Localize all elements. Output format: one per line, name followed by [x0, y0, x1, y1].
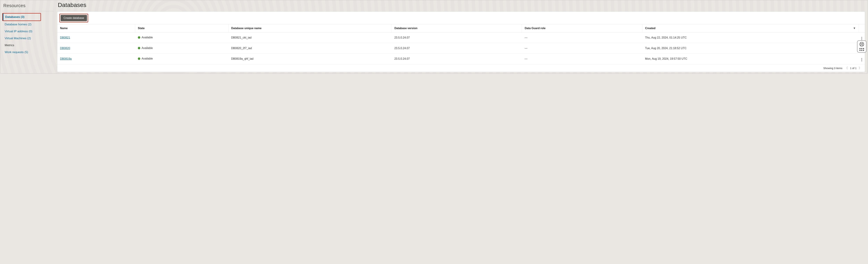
help-life-ring-icon[interactable] [859, 42, 864, 47]
toolbar: Create database [57, 12, 865, 24]
page-indicator: 1 of 1 [850, 67, 857, 70]
help-floater[interactable] [857, 40, 866, 53]
prev-page-icon[interactable]: 〈 [845, 66, 848, 70]
dg-role-cell: — [522, 43, 642, 54]
sidebar-item-metrics[interactable]: Metrics [2, 42, 54, 49]
col-created[interactable]: Created ▼ [642, 24, 859, 32]
row-actions-menu-icon[interactable] [861, 37, 862, 40]
main-content: Databases Create database Name State Dat… [57, 2, 866, 72]
status-dot-available-icon [138, 36, 140, 39]
state-cell: Available [138, 46, 153, 50]
showing-count: Showing 3 items [823, 67, 842, 70]
col-version[interactable]: Database version [392, 24, 522, 32]
col-data-guard-role[interactable]: Data Guard role [522, 24, 642, 32]
app-frame: Resources Databases (3) Database homes (… [0, 0, 868, 74]
db-name-link[interactable]: DB0820 [60, 47, 70, 50]
db-name-link[interactable]: DB0821 [60, 36, 70, 39]
sort-desc-icon: ▼ [853, 27, 856, 30]
state-text: Available [142, 46, 153, 50]
table-row: DB0821 Available DB0821_ckt_iad 23.5.0.2… [57, 32, 865, 43]
state-text: Available [142, 57, 153, 60]
state-text: Available [142, 36, 153, 39]
unique-name-cell: DB0819a_qhf_iad [228, 54, 392, 64]
table-footer: Showing 3 items 〈 1 of 1 〉 [57, 64, 865, 72]
pager: 〈 1 of 1 〉 [845, 66, 862, 70]
table-row: DB0820 Available DB0820_2f7_iad 23.5.0.2… [57, 43, 865, 54]
unique-name-cell: DB0821_ckt_iad [228, 32, 392, 43]
dg-role-cell: — [522, 32, 642, 43]
dg-role-cell: — [522, 54, 642, 64]
created-cell: Mon, Aug 19, 2024, 19:57:50 UTC [642, 54, 859, 64]
sidebar-item-db-homes[interactable]: Database homes (2) [2, 21, 54, 28]
svg-point-1 [861, 43, 863, 45]
status-dot-available-icon [138, 47, 140, 49]
sidebar-divider [2, 11, 54, 11]
databases-table: Name State Database unique name Database… [57, 24, 865, 64]
table-header-row: Name State Database unique name Database… [57, 24, 865, 32]
sidebar-title: Resources [2, 2, 54, 10]
state-cell: Available [138, 36, 153, 39]
version-cell: 23.5.0.24.07 [392, 54, 522, 64]
state-cell: Available [138, 57, 153, 60]
unique-name-cell: DB0820_2f7_iad [228, 43, 392, 54]
col-name[interactable]: Name [57, 24, 135, 32]
version-cell: 23.5.0.24.07 [392, 43, 522, 54]
sidebar-item-virtual-ip[interactable]: Virtual IP address (0) [2, 28, 54, 35]
created-cell: Tue, Aug 20, 2024, 21:18:52 UTC [642, 43, 859, 54]
row-actions-menu-icon[interactable] [861, 58, 862, 61]
sidebar: Resources Databases (3) Database homes (… [2, 2, 54, 72]
create-database-button[interactable]: Create database [61, 15, 87, 21]
highlight-databases: Databases (3) [2, 13, 41, 21]
sidebar-item-virtual-machines[interactable]: Virtual Machines (2) [2, 35, 54, 42]
col-state[interactable]: State [135, 24, 228, 32]
created-cell: Thu, Aug 22, 2024, 01:14:25 UTC [642, 32, 859, 43]
page-title: Databases [57, 2, 865, 11]
col-actions [859, 24, 865, 32]
table-row: DB0819a Available DB0819a_qhf_iad 23.5.0… [57, 54, 865, 64]
col-created-label: Created [645, 27, 655, 30]
sidebar-item-databases[interactable]: Databases (3) [3, 13, 27, 21]
apps-grid-icon[interactable] [860, 48, 864, 51]
next-page-icon[interactable]: 〉 [859, 66, 862, 70]
status-dot-available-icon [138, 58, 140, 60]
version-cell: 23.5.0.24.07 [392, 32, 522, 43]
highlight-create-database: Create database [59, 14, 88, 22]
sidebar-item-work-requests[interactable]: Work requests (5) [2, 49, 54, 56]
col-unique-name[interactable]: Database unique name [228, 24, 392, 32]
db-name-link[interactable]: DB0819a [60, 57, 72, 60]
databases-panel: Create database Name State Database uniq… [57, 11, 865, 72]
